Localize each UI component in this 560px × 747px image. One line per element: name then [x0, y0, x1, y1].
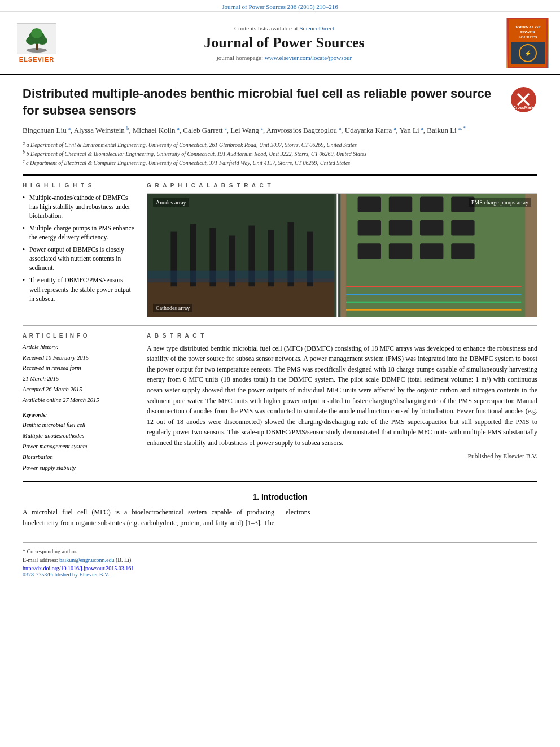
- article-info-heading: A R T I C L E I N F O: [23, 333, 135, 339]
- journal-header: ELSEVIER Contents lists available at Sci…: [0, 12, 560, 75]
- corresponding-author-note: * Corresponding author.: [23, 548, 537, 554]
- highlights-heading: H I G H L I G H T S: [23, 182, 135, 189]
- svg-rect-38: [420, 220, 443, 236]
- keyword-5: Power supply stability: [23, 465, 76, 471]
- svg-text:POWER: POWER: [520, 30, 535, 34]
- svg-rect-29: [147, 270, 334, 282]
- svg-rect-41: [389, 243, 412, 259]
- section-divider-intro: [23, 481, 537, 482]
- keywords-list: Benthic microbial fuel cell Multiple-ano…: [23, 420, 135, 473]
- contents-available-line: Contents lists available at ScienceDirec…: [73, 25, 495, 32]
- keywords-label: Keywords:: [23, 412, 135, 418]
- graphical-abstract-image: Anodes array PMS charge pumps array Cath…: [147, 193, 537, 317]
- journal-ref-text: Journal of Power Sources 286 (2015) 210–…: [222, 3, 338, 10]
- svg-rect-32: [358, 196, 381, 212]
- doi-link[interactable]: http://dx.doi.org/10.1016/j.jpowsour.201…: [23, 565, 134, 571]
- science-direct-link[interactable]: ScienceDirect: [299, 25, 334, 32]
- footer-section: * Corresponding author. E-mail address: …: [23, 542, 537, 578]
- keyword-1: Benthic microbial fuel cell: [23, 422, 85, 428]
- svg-text:JOURNAL OF: JOURNAL OF: [515, 25, 540, 29]
- elsevier-logo: ELSEVIER: [11, 23, 62, 63]
- article-history: Article history: Received 10 February 20…: [23, 342, 135, 406]
- elsevier-tree-icon: [17, 23, 56, 54]
- highlight-item-2: Multiple-charge pumps in PMS enhance the…: [23, 224, 135, 242]
- history-label: Article history:: [23, 344, 59, 350]
- accepted-date: Accepted 26 March 2015: [23, 386, 82, 392]
- svg-rect-40: [358, 243, 381, 259]
- published-by: Published by Elsevier B.V.: [147, 453, 537, 460]
- introduction-text: A microbial fuel cell (MFC) is a bioelec…: [23, 507, 537, 528]
- abstract-text: A new type distributed benthic microbial…: [147, 343, 537, 448]
- graphical-label-pms: PMS charge pumps array: [469, 198, 531, 207]
- article-title: Distributed multiple-anodes benthic micr…: [23, 85, 501, 119]
- highlights-list: Multiple-anodes/cathode of DBMFCs has hi…: [23, 193, 135, 303]
- authors-line: Bingchuan Liu a, Alyssa Weinstein b, Mic…: [23, 125, 537, 135]
- article-title-section: Distributed multiple-anodes benthic micr…: [23, 85, 537, 119]
- keyword-4: Bioturbation: [23, 454, 53, 460]
- email-note: E-mail address: baikun@engr.uconn.edu (B…: [23, 557, 537, 563]
- highlight-item-4: The entity of DBMFC/PMS/sensors well rep…: [23, 276, 135, 303]
- graphical-abstract-column: G R A P H I C A L A B S T R A C T: [147, 182, 537, 317]
- crossmark-badge: CrossMark: [509, 85, 537, 113]
- graphical-abstract-heading: G R A P H I C A L A B S T R A C T: [147, 182, 537, 189]
- elsevier-brand-name: ELSEVIER: [19, 56, 54, 63]
- article-info-abstract-section: A R T I C L E I N F O Article history: R…: [23, 333, 537, 474]
- graphical-label-cathodes: Cathodes array: [153, 304, 193, 312]
- svg-point-5: [31, 28, 42, 38]
- abstract-heading: A B S T R A C T: [147, 333, 537, 339]
- svg-rect-34: [420, 196, 443, 212]
- svg-rect-36: [358, 220, 381, 236]
- journal-header-center: Contents lists available at ScienceDirec…: [62, 25, 506, 61]
- highlight-item-3: Power output of DBMFCs is closely associ…: [23, 245, 135, 272]
- svg-text:⚡: ⚡: [524, 50, 532, 57]
- crossmark-icon: CrossMark: [511, 87, 536, 112]
- affiliations: a a Department of Civil & Environmental …: [23, 140, 537, 168]
- journal-cover-image: JOURNAL OF POWER SOURCES ⚡: [506, 18, 549, 68]
- article-info-column: A R T I C L E I N F O Article history: R…: [23, 333, 135, 474]
- section-divider-mid: [23, 325, 537, 326]
- introduction-section: 1. Introduction A microbial fuel cell (M…: [23, 492, 537, 528]
- revised-date: 21 March 2015: [23, 375, 59, 382]
- journal-homepage-line: journal homepage: www.elsevier.com/locat…: [73, 54, 495, 61]
- journal-reference-bar: Journal of Power Sources 286 (2015) 210–…: [0, 0, 560, 12]
- section-divider-thick: [23, 174, 537, 176]
- author-email-link[interactable]: baikun@engr.uconn.edu: [59, 557, 115, 563]
- abstract-column: A B S T R A C T A new type distributed b…: [147, 333, 537, 474]
- article-container: Distributed multiple-anodes benthic micr…: [0, 75, 560, 588]
- highlights-column: H I G H L I G H T S Multiple-anodes/cath…: [23, 182, 135, 317]
- journal-title: Journal of Power Sources: [73, 34, 495, 51]
- svg-rect-43: [451, 243, 474, 259]
- svg-text:CrossMark: CrossMark: [513, 106, 533, 110]
- svg-rect-39: [451, 220, 474, 236]
- keyword-2: Multiple-anodes/cathodes: [23, 433, 84, 439]
- introduction-heading: 1. Introduction: [23, 492, 537, 501]
- graphical-label-anodes: Anodes array: [153, 198, 189, 207]
- issn-text: 0378-7753/Published by Elsevier B.V.: [23, 571, 109, 578]
- svg-text:SOURCES: SOURCES: [518, 35, 537, 40]
- svg-rect-37: [389, 220, 412, 236]
- received-revised-label: Received in revised form: [23, 365, 81, 371]
- journal-homepage-link[interactable]: www.elsevier.com/locate/jpowsour: [265, 54, 352, 61]
- svg-rect-33: [389, 196, 412, 212]
- highlight-item-1: Multiple-anodes/cathode of DBMFCs has hi…: [23, 193, 135, 220]
- received-date: Received 10 February 2015: [23, 355, 89, 361]
- highlights-graphical-section: H I G H L I G H T S Multiple-anodes/cath…: [23, 182, 537, 317]
- svg-rect-42: [420, 243, 443, 259]
- footer-links: http://dx.doi.org/10.1016/j.jpowsour.201…: [23, 565, 537, 578]
- keyword-3: Power management system: [23, 443, 87, 449]
- available-date: Available online 27 March 2015: [23, 397, 99, 403]
